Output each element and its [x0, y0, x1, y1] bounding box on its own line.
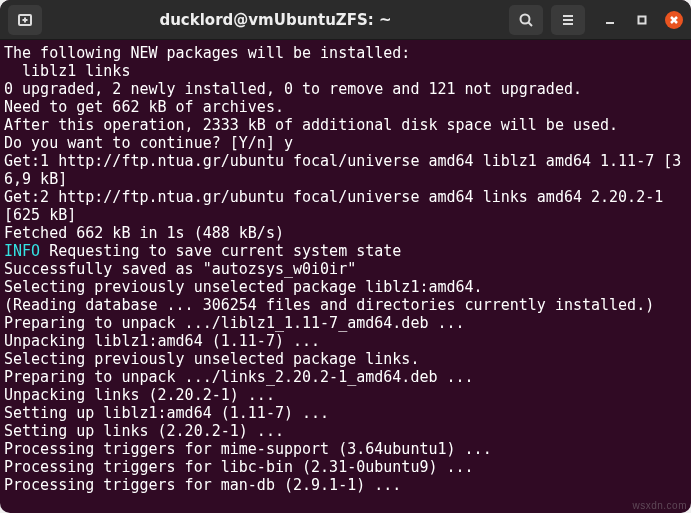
terminal-line: Unpacking links (2.20.2-1) ...	[4, 386, 687, 404]
terminal-line: Selecting previously unselected package …	[4, 350, 687, 368]
minimize-button[interactable]	[601, 11, 619, 29]
terminal-line: (Reading database ... 306254 files and d…	[4, 296, 687, 314]
maximize-icon	[637, 15, 647, 25]
window-title: ducklord@vmUbuntuZFS: ~	[50, 11, 501, 29]
terminal-line: The following NEW packages will be insta…	[4, 44, 687, 62]
search-icon	[518, 12, 534, 28]
svg-line-4	[529, 22, 533, 26]
terminal-line: Processing triggers for man-db (2.9.1-1)…	[4, 476, 687, 494]
new-tab-button[interactable]	[8, 5, 42, 35]
close-button[interactable]	[665, 11, 683, 29]
hamburger-icon	[560, 12, 576, 28]
terminal-line: Need to get 662 kB of archives.	[4, 98, 687, 116]
menu-button[interactable]	[551, 5, 585, 35]
svg-rect-9	[639, 16, 646, 23]
terminal-output[interactable]: The following NEW packages will be insta…	[0, 40, 691, 513]
terminal-line: liblz1 links	[4, 62, 687, 80]
terminal-line: Do you want to continue? [Y/n] y	[4, 134, 687, 152]
terminal-line: Get:1 http://ftp.ntua.gr/ubuntu focal/un…	[4, 152, 687, 188]
terminal-line: Setting up links (2.20.2-1) ...	[4, 422, 687, 440]
terminal-line: Setting up liblz1:amd64 (1.11-7) ...	[4, 404, 687, 422]
titlebar: ducklord@vmUbuntuZFS: ~	[0, 0, 691, 40]
terminal-line: Successfully saved as "autozsys_w0i0ir"	[4, 260, 687, 278]
terminal-line: Preparing to unpack .../links_2.20.2-1_a…	[4, 368, 687, 386]
terminal-line: Get:2 http://ftp.ntua.gr/ubuntu focal/un…	[4, 188, 687, 224]
terminal-line: Selecting previously unselected package …	[4, 278, 687, 296]
terminal-line: Unpacking liblz1:amd64 (1.11-7) ...	[4, 332, 687, 350]
terminal-line: 0 upgraded, 2 newly installed, 0 to remo…	[4, 80, 687, 98]
terminal-line: Processing triggers for mime-support (3.…	[4, 440, 687, 458]
terminal-line: After this operation, 2333 kB of additio…	[4, 116, 687, 134]
terminal-line: Processing triggers for libc-bin (2.31-0…	[4, 458, 687, 476]
new-tab-icon	[17, 12, 33, 28]
maximize-button[interactable]	[633, 11, 651, 29]
window-controls	[601, 11, 683, 29]
terminal-line: Preparing to unpack .../liblz1_1.11-7_am…	[4, 314, 687, 332]
minimize-icon	[605, 15, 615, 25]
terminal-line: INFO Requesting to save current system s…	[4, 242, 687, 260]
close-icon	[669, 15, 679, 25]
terminal-window: ducklord@vmUbuntuZFS: ~	[0, 0, 691, 513]
svg-point-3	[521, 14, 530, 23]
watermark: wsxdn.com	[632, 500, 687, 511]
search-button[interactable]	[509, 5, 543, 35]
terminal-line: Fetched 662 kB in 1s (488 kB/s)	[4, 224, 687, 242]
